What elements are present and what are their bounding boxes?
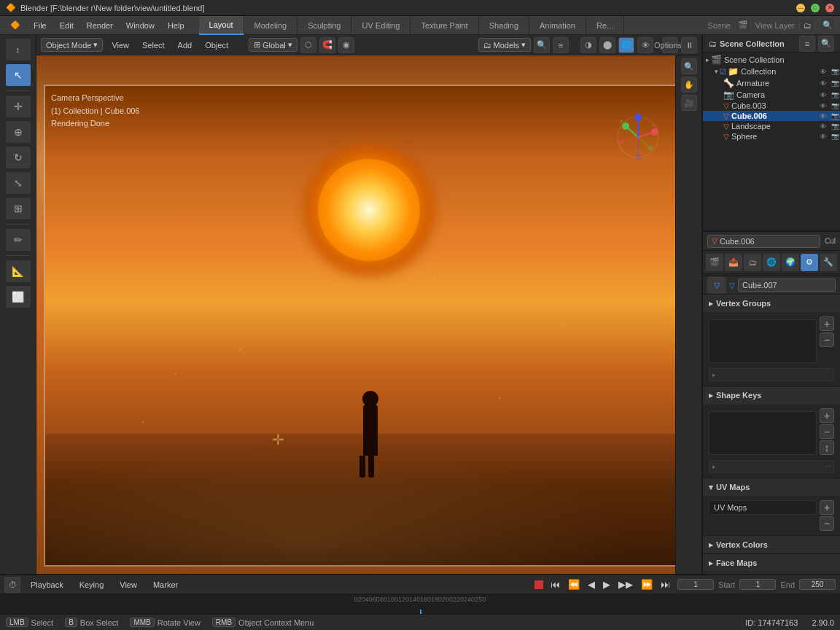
vertex-groups-header[interactable]: ▸ Vertex Groups [703,295,840,312]
tool-select[interactable]: ↖ [5,63,31,87]
proportional-edit-icon[interactable]: ◉ [338,37,354,53]
menu-file[interactable]: File [28,20,52,31]
uv-map-item[interactable]: UV Mops [709,500,817,515]
timeline-track[interactable] [419,612,421,613]
marker-menu[interactable]: Marker [147,579,184,591]
playback-menu[interactable]: Playback [25,579,69,591]
outliner-landscape[interactable]: ▽ Landscape 👁 📷 [703,121,840,131]
close-button[interactable]: ✕ [825,4,834,12]
outliner-cube003[interactable]: ▽ Cube.003 👁 📷 [703,101,840,111]
timeline-type-icon[interactable]: ⏱ [4,577,20,593]
tab-modeling[interactable]: Modeling [244,16,298,35]
outliner-filter[interactable]: ≡ [799,36,815,52]
prop-world-icon[interactable]: 🌍 [782,254,799,271]
uv-add-button[interactable]: + [820,500,834,515]
uv-remove-button[interactable]: − [820,516,834,531]
tool-select-mode[interactable]: ↕ [5,38,31,61]
vg-expand-icon[interactable]: ▸ [709,368,834,381]
tool-annotate[interactable]: ✏ [5,228,31,252]
restrict-view-icon[interactable]: 👁 [818,79,828,88]
camera-icon[interactable]: 📷 [830,68,840,75]
menu-help[interactable]: Help [162,20,190,31]
uv-maps-header[interactable]: ▾ UV Maps [703,478,840,496]
sk-expand[interactable]: ▸ ⋯ [709,460,834,473]
pan-icon[interactable]: ✋ [681,77,697,93]
vg-add-button[interactable]: + [820,316,834,331]
jump-end-button[interactable]: ⏭ [658,578,673,591]
tool-rotate[interactable]: ↻ [5,146,31,169]
transform-pivot-icon[interactable]: ⬡ [300,37,316,53]
sk-remove-button[interactable]: − [820,424,834,439]
outliner-camera[interactable]: 📷 Camera 👁 📷 [703,89,840,101]
prop-object-icon[interactable]: ⚙ [801,254,818,271]
prop-render-icon[interactable]: 🎬 [706,254,723,271]
minimize-button[interactable]: — [796,4,805,12]
snap-icon[interactable]: 🧲 [319,37,335,53]
tab-animation[interactable]: Animation [529,16,586,35]
tool-cursor[interactable]: ✛ [5,95,31,118]
navigation-gizmo[interactable]: X Y Z [612,112,664,163]
sk-extra-button[interactable]: ↕ [820,440,834,455]
tab-shading[interactable]: Shading [479,16,529,35]
timeline-body[interactable]: 0 20 40 60 80 100 120 140 160 180 200 22… [0,594,840,614]
models-dropdown[interactable]: 🗂 Models ▾ [478,38,531,52]
jump-start-button[interactable]: ⏮ [548,578,563,591]
step-forward-button[interactable]: ▶▶ [615,578,636,591]
zoom-in-icon[interactable]: 🔍 [681,58,697,74]
camera-view-icon[interactable]: 🎥 [681,95,697,111]
sk-add-button[interactable]: + [820,408,834,423]
viewport-shading-material[interactable]: ⬤ [599,37,615,53]
keying-menu[interactable]: Keying [74,579,110,591]
select-menu[interactable]: Select [138,39,169,51]
options-button[interactable]: Options ▾ [662,37,678,53]
next-frame-button[interactable]: ⏩ [638,578,656,591]
shape-keys-list[interactable] [709,411,817,455]
view-menu-tl[interactable]: View [114,579,143,591]
menu-window[interactable]: Window [120,20,160,31]
outliner-sphere[interactable]: ▽ Sphere 👁 📷 [703,131,840,141]
current-frame[interactable]: 1 [677,579,714,590]
add-menu[interactable]: Add [174,39,197,51]
menu-blender[interactable]: 🔶 [4,19,26,31]
outliner-search[interactable]: 🔍 [818,36,834,52]
maximize-button[interactable]: □ [811,4,820,12]
tool-measure[interactable]: 📐 [5,260,31,283]
viewport-shading-solid[interactable]: ◑ [580,37,596,53]
prop-scene-icon[interactable]: 🌐 [763,254,780,271]
outliner-cube006[interactable]: ▽ Cube.006 👁 📷 [703,111,840,121]
vertex-colors-header[interactable]: ▸ Vertex Colors [703,536,840,553]
outliner-root-scene[interactable]: ▸ 🎬 Scene Collection [703,54,840,66]
filter-icon[interactable]: ≡ [553,37,569,53]
restrict-render-icon[interactable]: 📷 [830,79,840,87]
object-menu[interactable]: Object [201,39,233,51]
prev-frame-button[interactable]: ⏪ [565,578,583,591]
tool-move[interactable]: ⊕ [5,120,31,144]
tab-sculpting[interactable]: Sculpting [298,16,351,35]
record-button[interactable] [534,580,543,589]
prop-modifier-icon[interactable]: 🔧 [820,254,837,271]
face-maps-header[interactable]: ▸ Face Maps [703,554,840,572]
transform-space-dropdown[interactable]: ⊞ Global ▾ [249,38,298,52]
menu-edit[interactable]: Edit [54,20,79,31]
vertex-group-list[interactable] [709,319,817,363]
tool-add-cube[interactable]: ⬜ [5,285,31,308]
end-frame[interactable]: 250 [799,579,836,590]
pause-icon[interactable]: ⏸ [681,37,697,53]
view-menu[interactable]: View [107,39,133,51]
scene-icon[interactable]: 🎬 [735,18,751,34]
tab-layout[interactable]: Layout [199,16,244,35]
view-layer-icon[interactable]: 🗂 [799,18,815,34]
mesh-name-field[interactable]: Cube.007 [738,279,836,292]
mesh-data-icon[interactable]: ▽ [707,276,726,294]
search-icon[interactable]: 🔍 [820,18,836,34]
prop-output-icon[interactable]: 📤 [725,254,742,271]
tool-scale[interactable]: ⤡ [5,171,31,195]
object-name-field[interactable]: ▽ Cube.006 [707,235,820,248]
outliner-armature[interactable]: 🦴 Armature 👁 📷 [703,77,840,89]
start-frame[interactable]: 1 [739,579,776,590]
viewport[interactable]: ✛ X [36,55,701,574]
menu-render[interactable]: Render [81,20,119,31]
tab-uv-editing[interactable]: UV Editing [351,16,411,35]
tab-texture-paint[interactable]: Texture Paint [411,16,478,35]
viewport-shading-render[interactable]: 🌐 [618,37,634,53]
